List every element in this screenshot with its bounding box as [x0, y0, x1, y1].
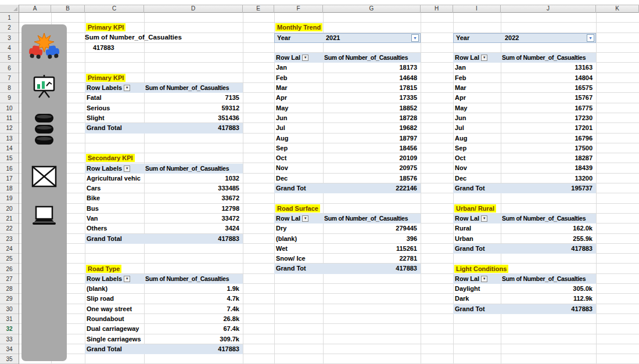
row-header-5[interactable]: 5 [0, 53, 19, 63]
laptop-icon[interactable] [31, 206, 58, 230]
pivot-table-monthly-2021: Row Lal▼Sum of Number_of_CasualtiesJan18… [274, 53, 421, 193]
row-header-18[interactable]: 18 [0, 183, 19, 193]
row-header-4[interactable]: 4 [0, 43, 19, 53]
cell-value: 18852 [323, 103, 421, 113]
cell-value: 18439 [501, 163, 596, 173]
row-labels-dropdown-icon[interactable]: ▼ [481, 55, 487, 61]
pivot-data-row: Roundabout26.8k [85, 314, 243, 324]
row-labels-dropdown-icon[interactable]: ▼ [124, 85, 130, 91]
row-header-32[interactable]: 32 [0, 324, 19, 334]
column-header-C[interactable]: C [85, 5, 144, 13]
row-header-35[interactable]: 35 [0, 354, 19, 364]
row-labels-dropdown-icon[interactable]: ▼ [481, 215, 487, 222]
row-labels-dropdown-icon[interactable]: ▼ [124, 165, 130, 172]
row-header-6[interactable]: 6 [0, 63, 19, 73]
row-label: May [455, 103, 467, 113]
pivot-data-row: Van33472 [85, 214, 243, 224]
pivot-data-row: Dark112.9k [453, 294, 596, 304]
values-header: Sum of Number_of_Casualties [144, 274, 243, 284]
row-header-29[interactable]: 29 [0, 294, 19, 304]
column-header-I[interactable]: I [453, 5, 501, 13]
row-header-19[interactable]: 19 [0, 193, 19, 203]
row-header-34[interactable]: 34 [0, 344, 19, 354]
row-header-22[interactable]: 22 [0, 224, 19, 233]
row-label: Daylight [455, 284, 480, 294]
column-header-D[interactable]: D [144, 5, 243, 13]
row-label: Dec [455, 174, 466, 183]
row-header-33[interactable]: 33 [0, 334, 19, 344]
pivot-data-row: Aug18797 [274, 134, 421, 143]
row-header-20[interactable]: 20 [0, 204, 19, 214]
row-label: Sep [276, 143, 288, 153]
row-header-24[interactable]: 24 [0, 244, 19, 254]
year-filter-dropdown-icon[interactable]: ▼ [411, 34, 419, 42]
row-header-14[interactable]: 14 [0, 143, 19, 153]
row-label: Single carriagews [87, 334, 141, 344]
envelope-icon[interactable] [31, 164, 58, 192]
column-header-G[interactable]: G [323, 5, 421, 13]
row-label: May [276, 103, 288, 113]
row-header-23[interactable]: 23 [0, 234, 19, 244]
pivot-data-row: Jul17201 [453, 123, 596, 133]
row-header-13[interactable]: 13 [0, 134, 19, 143]
row-label: Serious [87, 103, 110, 113]
car-crash-icon[interactable] [28, 33, 60, 65]
pivot-data-row: Mar17815 [274, 83, 421, 93]
row-header-27[interactable]: 27 [0, 274, 19, 284]
row-label: Roundabout [87, 314, 124, 324]
row-header-30[interactable]: 30 [0, 304, 19, 314]
row-header-16[interactable]: 16 [0, 164, 19, 174]
year-filter-dropdown-icon[interactable]: ▼ [587, 34, 594, 42]
column-header-E[interactable]: E [243, 5, 274, 13]
filter-value: 2021 [321, 34, 411, 41]
pivot-header-row: Row Lal▼Sum of Number_of_Casualties [453, 274, 596, 284]
column-header-F[interactable]: F [274, 5, 323, 13]
label-primary-kpi-table: Primary KPI [86, 74, 125, 82]
row-header-10[interactable]: 10 [0, 103, 19, 113]
select-all-corner[interactable] [0, 5, 19, 13]
cell-value: 14804 [501, 73, 596, 83]
pivot-data-row: Dec13200 [453, 174, 596, 183]
database-icon[interactable] [34, 113, 55, 149]
pivot-data-row: Rural162.0k [453, 224, 596, 233]
row-header-9[interactable]: 9 [0, 93, 19, 103]
filter-value: 2022 [500, 34, 587, 41]
row-labels-dropdown-icon[interactable]: ▼ [302, 55, 308, 61]
row-header-8[interactable]: 8 [0, 83, 19, 93]
pivot-header-row: Row Lal▼Sum of Number_of_Casualties [274, 53, 421, 63]
row-labels-dropdown-icon[interactable]: ▼ [302, 215, 308, 222]
row-label: Nov [276, 163, 288, 173]
filter-label: Year [454, 34, 500, 41]
row-label: Mar [276, 83, 288, 93]
row-header-1[interactable]: 1 [0, 13, 19, 23]
pivot-data-row: Jan18173 [274, 63, 421, 73]
column-header-H[interactable]: H [421, 5, 453, 13]
row-header-7[interactable]: 7 [0, 73, 19, 83]
row-header-28[interactable]: 28 [0, 284, 19, 294]
cell-value: 16575 [501, 83, 596, 93]
column-header-A[interactable]: A [19, 5, 51, 13]
row-labels-dropdown-icon[interactable]: ▼ [481, 276, 487, 282]
cell-value: 417883 [323, 264, 421, 273]
row-label: Feb [455, 73, 466, 83]
row-header-26[interactable]: 26 [0, 264, 19, 274]
row-header-2[interactable]: 2 [0, 23, 19, 33]
row-header-15[interactable]: 15 [0, 153, 19, 163]
row-label: (blank) [276, 234, 297, 244]
column-header-B[interactable]: B [51, 5, 85, 13]
row-label: Grand Tot [455, 304, 485, 314]
column-header-J[interactable]: J [501, 5, 596, 13]
presentation-chart-icon[interactable] [31, 74, 57, 102]
cell-value: 7.4k [144, 304, 243, 314]
column-header-K[interactable]: K [596, 5, 639, 13]
row-headers: 1234567891011121314151617181920212223242… [0, 13, 19, 364]
row-header-25[interactable]: 25 [0, 254, 19, 264]
row-header-11[interactable]: 11 [0, 113, 19, 123]
row-header-17[interactable]: 17 [0, 174, 19, 183]
row-labels-dropdown-icon[interactable]: ▼ [124, 276, 130, 282]
row-header-21[interactable]: 21 [0, 214, 19, 224]
row-header-31[interactable]: 31 [0, 314, 19, 324]
cell-value: 1.9k [144, 284, 243, 294]
row-header-12[interactable]: 12 [0, 123, 19, 133]
row-header-3[interactable]: 3 [0, 33, 19, 43]
